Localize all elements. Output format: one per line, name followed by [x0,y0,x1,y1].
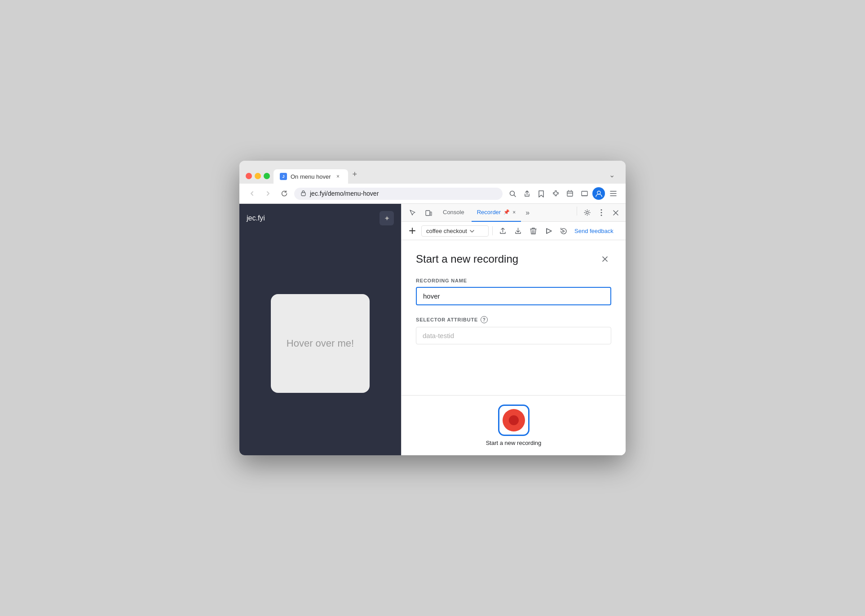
send-feedback-link[interactable]: Send feedback [574,228,613,234]
svg-point-12 [601,209,602,211]
devtools-settings-button[interactable] [581,207,593,219]
device-toggle-icon[interactable] [421,206,436,220]
user-avatar[interactable] [592,187,605,200]
tab-recorder[interactable]: Recorder 📌 × [472,204,521,222]
start-recording-label: Start a new recording [486,440,542,446]
toolbar-divider [492,226,493,235]
dialog-footer: Start a new recording [402,395,626,455]
forward-button[interactable] [262,187,274,200]
hover-card[interactable]: Hover over me! [271,294,370,393]
devtools-actions [575,207,622,219]
bookmark-icon[interactable] [535,187,547,200]
devtools-panel: Console Recorder 📌 × » [401,204,626,455]
nav-action-icons [506,187,619,200]
theme-toggle-button[interactable]: ✦ [380,211,394,225]
delete-recording-button[interactable] [527,224,539,237]
devtools-pin-icon[interactable] [564,187,576,200]
record-button-inner [503,409,525,431]
add-recording-button[interactable] [406,224,419,237]
svg-rect-2 [567,191,573,196]
recorder-toolbar: coffee checkout [402,222,626,240]
selector-attr-label: SELECTOR ATTRIBUTE ? [416,316,611,323]
svg-point-11 [586,211,588,214]
address-bar[interactable]: jec.fyi/demo/menu-hover [294,188,503,200]
recording-name-label: RECORDING NAME [416,278,611,283]
svg-rect-3 [582,191,587,196]
import-button[interactable] [512,224,524,237]
export-button[interactable] [496,224,509,237]
selector-attr-input[interactable] [416,327,611,344]
active-tab[interactable]: J On menu hover × [274,169,348,184]
inspect-element-icon[interactable] [405,206,419,220]
recording-select[interactable]: coffee checkout [421,225,489,237]
reload-button[interactable] [278,187,291,200]
svg-rect-9 [426,211,430,216]
minimize-traffic-light[interactable] [255,173,261,179]
tab-favicon: J [280,173,287,180]
tab-bar: J On menu hover × + ⌄ [274,166,619,184]
recording-name-field-group: RECORDING NAME [416,278,611,305]
more-tabs-button[interactable]: » [523,207,532,219]
search-icon[interactable] [506,187,519,200]
extension-puzzle-icon[interactable] [549,187,562,200]
devtools-menu-button[interactable] [595,207,608,219]
devtools-tab-bar: Console Recorder 📌 × » [402,204,626,222]
main-area: jec.fyi ✦ Hover over me! [239,204,626,455]
replay-button[interactable] [557,224,570,237]
close-traffic-light[interactable] [246,173,252,179]
site-logo: jec.fyi [247,214,265,222]
back-button[interactable] [246,187,258,200]
svg-point-14 [601,215,602,216]
dialog-close-button[interactable] [599,253,611,265]
svg-point-5 [597,191,600,194]
chrome-menu-icon[interactable] [607,187,619,200]
title-bar: J On menu hover × + ⌄ [239,161,626,184]
tab-console[interactable]: Console [437,204,470,222]
selector-attr-field-group: SELECTOR ATTRIBUTE ? [416,316,611,344]
svg-rect-0 [301,193,305,196]
tab-title: On menu hover [291,173,331,180]
lock-icon [300,190,306,198]
start-recording-button[interactable] [498,405,530,436]
traffic-lights [246,173,270,184]
recorder-tab-close[interactable]: × [512,209,516,216]
site-header: jec.fyi ✦ [247,211,394,225]
dialog-header: Start a new recording [416,253,611,265]
svg-point-13 [601,212,602,213]
tab-close-button[interactable]: × [335,173,342,180]
tab-scroll-button[interactable]: ⌄ [605,167,619,184]
recording-select-chevron [470,228,474,234]
browser-window: J On menu hover × + ⌄ [239,161,626,455]
dialog-title: Start a new recording [416,253,518,265]
maximize-traffic-light[interactable] [264,173,270,179]
new-tab-button[interactable]: + [348,166,362,184]
record-button-dot [509,415,519,425]
nav-bar: jec.fyi/demo/menu-hover [239,184,626,204]
hover-card-text: Hover over me! [287,338,354,349]
devtools-close-button[interactable] [609,207,622,219]
cast-icon[interactable] [578,187,591,200]
webpage-panel: jec.fyi ✦ Hover over me! [239,204,401,455]
play-recording-button[interactable] [542,224,555,237]
svg-rect-10 [430,212,432,216]
url-text: jec.fyi/demo/menu-hover [310,190,496,197]
recorder-pin-icon: 📌 [503,209,510,215]
recording-select-name: coffee checkout [426,228,467,234]
recording-name-input[interactable] [416,287,611,305]
new-recording-content: Start a new recording RECORDING NAME [402,240,626,395]
selector-help-icon[interactable]: ? [481,316,488,323]
share-icon[interactable] [521,187,533,200]
